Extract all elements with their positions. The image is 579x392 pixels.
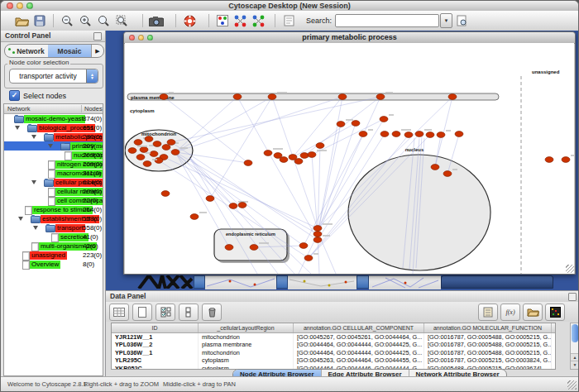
- graph-edge[interactable]: [175, 152, 210, 198]
- graph-node[interactable]: [431, 165, 439, 170]
- tree-row[interactable]: nucleobase-209(0): [4, 151, 103, 160]
- graph-node[interactable]: [299, 243, 308, 249]
- graph-edge[interactable]: [175, 152, 233, 206]
- zoom-selected-icon[interactable]: [94, 12, 112, 29]
- graph-node[interactable]: [229, 203, 237, 209]
- table-cell[interactable]: [GO:0016787, GO:0005488, GO:0005215, G..…: [424, 349, 552, 356]
- table-cell[interactable]: cytoplasm: [199, 356, 294, 364]
- unselect-attributes-icon[interactable]: [179, 304, 199, 321]
- scrollbar-thumb[interactable]: [572, 324, 578, 342]
- layout-1-icon[interactable]: [232, 12, 250, 29]
- graph-edge[interactable]: [318, 97, 342, 234]
- zoom-in-icon[interactable]: [76, 12, 94, 29]
- tree-row[interactable]: primary metabo209(...: [4, 141, 103, 151]
- graph-node[interactable]: [443, 171, 452, 177]
- table-cell[interactable]: [GO:0016787, GO:0005488, GO:0005215, G..…: [424, 333, 552, 341]
- graph-node[interactable]: [140, 147, 148, 153]
- app-resize-grip[interactable]: [567, 380, 577, 390]
- graph-node[interactable]: [545, 157, 553, 163]
- tree-row[interactable]: transport558(0): [4, 223, 103, 232]
- node-color-select[interactable]: transporter activity ▲▼: [9, 69, 98, 84]
- table-row[interactable]: YJR121W__1mitochondrion[GO:0045267, GO:0…: [112, 333, 555, 341]
- formula-builder-icon[interactable]: f(x): [500, 304, 520, 321]
- graph-node[interactable]: [294, 159, 303, 165]
- graph-node[interactable]: [206, 196, 214, 202]
- layout-2-icon[interactable]: [250, 12, 268, 29]
- graph-node[interactable]: [300, 153, 309, 159]
- graph-node[interactable]: [316, 143, 324, 149]
- table-cell[interactable]: YKR052C: [112, 365, 199, 370]
- background-window-fragment[interactable]: [205, 275, 276, 289]
- tree-expander-icon[interactable]: [33, 226, 38, 230]
- tree-row[interactable]: macromolecule311(0): [4, 169, 103, 178]
- table-cell[interactable]: plasma membrane: [199, 341, 294, 348]
- tree-row[interactable]: cellular process614(0): [4, 178, 103, 187]
- graph-edge[interactable]: [312, 155, 318, 234]
- table-cell[interactable]: [GO:0045267, GO:0045261, GO:0044464, G..…: [294, 333, 424, 341]
- graph-node[interactable]: [380, 131, 389, 137]
- graph-node[interactable]: [171, 150, 179, 155]
- import-table-icon[interactable]: [478, 304, 498, 321]
- vizmapper-icon[interactable]: [213, 12, 232, 29]
- tree-expander-icon[interactable]: [15, 126, 20, 130]
- background-window-fragment[interactable]: [441, 275, 553, 289]
- graph-node[interactable]: [160, 94, 168, 100]
- table-cell[interactable]: mitochondrion: [199, 333, 294, 341]
- graph-node[interactable]: [426, 132, 434, 138]
- graph-node[interactable]: [415, 131, 423, 137]
- network-window-titlebar[interactable]: primary metabolic process: [124, 32, 575, 44]
- background-window-fragment[interactable]: [276, 275, 288, 289]
- graph-node[interactable]: [264, 151, 272, 156]
- search-dropdown-icon[interactable]: ▼: [440, 13, 452, 28]
- graph-edge[interactable]: [320, 237, 336, 274]
- graph-node[interactable]: [136, 155, 145, 160]
- graph-node[interactable]: [376, 94, 385, 100]
- table-cell[interactable]: [GO:0045263, GO:0044464, GO:0044455, G..…: [294, 356, 424, 364]
- tree-expander-icon[interactable]: [48, 144, 53, 148]
- window-resize-grip[interactable]: [566, 265, 574, 273]
- graph-node[interactable]: [145, 136, 153, 142]
- graph-node[interactable]: [238, 203, 246, 208]
- graph-node[interactable]: [233, 94, 242, 100]
- graph-node[interactable]: [359, 131, 367, 137]
- graph-edge[interactable]: [175, 152, 229, 247]
- search-input[interactable]: [335, 14, 439, 27]
- background-window-fragment[interactable]: [288, 275, 356, 289]
- background-window-fragment[interactable]: [356, 275, 369, 289]
- graph-node[interactable]: [562, 157, 570, 163]
- graph-node[interactable]: [304, 256, 313, 261]
- graph-node[interactable]: [128, 148, 136, 154]
- tree-row[interactable]: establishment of lo558(0): [4, 214, 103, 223]
- graph-node[interactable]: [437, 132, 445, 138]
- attribute-grid-icon[interactable]: [109, 304, 129, 321]
- table-cell[interactable]: YPL036W__2: [112, 341, 199, 348]
- graph-node[interactable]: [392, 131, 400, 137]
- tab-mosaic[interactable]: Mosaic: [48, 45, 91, 57]
- graph-node[interactable]: [143, 161, 151, 167]
- tree-row[interactable]: metabolic process280(0): [4, 132, 103, 141]
- table-cell[interactable]: YLR295C: [112, 356, 199, 364]
- graph-node[interactable]: [167, 140, 175, 146]
- tree-expander-icon[interactable]: [31, 135, 36, 139]
- new-attribute-icon[interactable]: [132, 304, 152, 321]
- network-canvas[interactable]: plasma membranecytoplasmmitochondrionnuc…: [125, 43, 574, 274]
- graph-node[interactable]: [380, 117, 388, 122]
- background-window-fragment[interactable]: [137, 275, 194, 289]
- column-header[interactable]: ID: [112, 323, 199, 332]
- graph-edge[interactable]: [318, 124, 341, 234]
- table-cell[interactable]: YJR121W__1: [112, 333, 199, 341]
- graph-node[interactable]: [448, 94, 457, 100]
- graph-node[interactable]: [313, 237, 322, 243]
- graph-node[interactable]: [162, 145, 170, 151]
- graph-edge[interactable]: [435, 97, 452, 167]
- column-header[interactable]: annotation.GO CELLULAR_COMPONENT: [294, 323, 424, 332]
- table-cell[interactable]: [GO:0044464, GO:0044444, GO:0044425, G..…: [294, 341, 424, 348]
- scroll-down-icon[interactable]: ▼: [571, 361, 579, 369]
- graph-node[interactable]: [313, 232, 322, 237]
- float-panel-icon[interactable]: [568, 293, 577, 301]
- table-cell[interactable]: [GO:0016787, GO:0005215, GO:0003824, G..…: [424, 356, 552, 364]
- tree-row[interactable]: nitrogen compo209(0): [4, 160, 103, 169]
- tree-row[interactable]: response to stimulu264(0): [4, 205, 103, 214]
- graph-node[interactable]: [190, 214, 199, 220]
- graph-node[interactable]: [338, 94, 347, 100]
